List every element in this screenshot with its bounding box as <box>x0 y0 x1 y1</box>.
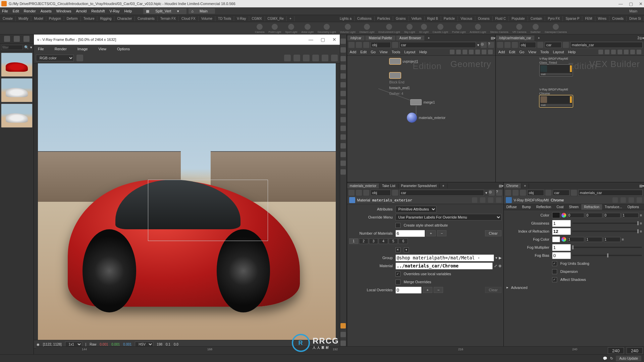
refresh-icon[interactable]: ↻ <box>610 356 613 361</box>
folder-icon[interactable] <box>512 42 518 48</box>
net-ic7[interactable] <box>488 50 493 54</box>
delete-icon[interactable]: ✕ <box>395 247 400 252</box>
search-icon[interactable] <box>621 197 626 203</box>
shelf-fem[interactable]: FEM <box>582 16 595 21</box>
shelf-gilight[interactable]: GI Light <box>419 24 429 34</box>
sub-plus[interactable]: + <box>287 16 294 21</box>
shelf-viscous[interactable]: Viscous <box>458 16 475 21</box>
shelf-wires[interactable]: Wires <box>595 16 610 21</box>
copy-icon[interactable] <box>293 55 300 61</box>
material-input[interactable] <box>395 262 493 269</box>
loc-dec-button[interactable]: − <box>434 287 443 293</box>
net-help[interactable]: Help <box>419 50 427 54</box>
vfb-close[interactable]: ✕ <box>332 37 336 42</box>
help-icon[interactable]: ? <box>496 190 502 196</box>
fog-bias-input[interactable] <box>552 252 571 259</box>
node-foreach-end[interactable]: Block Endforeach_end1Gather: 4 <box>389 72 410 96</box>
window-minimize[interactable]: — <box>619 1 623 6</box>
render-region-box[interactable] <box>148 180 268 241</box>
tab-materials-exterior[interactable]: materials_exterior <box>347 183 379 188</box>
sub-vray[interactable]: V-Ray <box>234 16 249 21</box>
fog-r[interactable] <box>568 237 584 242</box>
vfb-menu-image[interactable]: Image <box>77 47 88 51</box>
net-layout[interactable]: Layout <box>553 50 564 54</box>
shelf-switcher[interactable]: Switcher <box>530 24 541 34</box>
menu-assets[interactable]: Assets <box>41 9 52 13</box>
target-icon[interactable]: ◎ <box>489 190 495 196</box>
history-tool-c[interactable] <box>23 36 30 42</box>
sub-character[interactable]: Character <box>114 16 135 21</box>
net-tools[interactable]: Tools <box>540 50 549 54</box>
shelf-spotlight[interactable]: Spot Light <box>285 24 297 34</box>
net-ic3[interactable] <box>611 50 616 54</box>
node-merge[interactable]: merge1 <box>410 99 435 105</box>
chat-icon[interactable]: 💬 <box>603 356 607 361</box>
grid-icon[interactable] <box>340 332 346 337</box>
tool-15[interactable] <box>340 169 346 175</box>
net-ic6[interactable] <box>482 50 486 54</box>
tab-material-palette[interactable]: Material Palette <box>365 36 395 41</box>
box-icon[interactable] <box>392 42 398 48</box>
desktop-dropdown[interactable]: ▦ Split_Vert▾ <box>143 8 186 14</box>
vfb-menu-view[interactable]: View <box>98 47 106 51</box>
mtab-options[interactable]: Options <box>625 204 642 210</box>
ior-input[interactable] <box>552 228 571 235</box>
filter-input[interactable] <box>1 45 23 50</box>
path-car[interactable] <box>553 190 570 196</box>
color-a[interactable] <box>622 213 639 218</box>
net-ic7[interactable] <box>637 50 641 54</box>
create-style-checkbox[interactable] <box>395 223 400 228</box>
end-frame-input[interactable] <box>608 347 624 354</box>
shelf-geolight[interactable]: Geometry Light <box>318 24 336 34</box>
net-ic4[interactable] <box>469 50 474 54</box>
fog-color-swatch[interactable] <box>552 236 560 242</box>
tab-plus[interactable]: + <box>425 36 432 41</box>
network-canvas-right[interactable]: Edition VEX Builder V-Ray BRDFVRayMtl Gl… <box>496 56 644 182</box>
shelf-particle[interactable]: Particle <box>441 16 458 21</box>
net-ic3[interactable] <box>463 50 467 54</box>
help-icon[interactable] <box>496 197 501 203</box>
net-layout[interactable]: Layout <box>404 50 415 54</box>
shelf-stereocam[interactable]: Stereo Camera <box>490 24 508 34</box>
net-add[interactable]: Add <box>498 50 505 54</box>
net-ic2[interactable] <box>456 50 461 54</box>
clear-button[interactable]: Clear <box>485 230 501 236</box>
fog-units-checkbox[interactable]: ✓ <box>552 261 557 266</box>
glossiness-slider[interactable] <box>572 223 639 224</box>
sub-volume[interactable]: Volume <box>199 16 215 21</box>
chevron-down-icon[interactable]: ▾ <box>485 191 487 195</box>
shelf-collisions[interactable]: Collisions <box>355 16 375 21</box>
search-icon[interactable] <box>480 197 485 203</box>
search-icon[interactable]: 🔍 <box>24 45 29 50</box>
advanced-collapse[interactable]: ▸Advanced <box>506 285 642 290</box>
sub-texture[interactable]: Texture <box>81 16 98 21</box>
ior-slider[interactable] <box>572 231 639 232</box>
tab-asset-browser[interactable]: Asset Browser <box>396 36 424 41</box>
node-materials-exterior[interactable]: materials_exterior <box>407 113 445 123</box>
dec-button[interactable]: − <box>437 230 446 236</box>
tab-param-spreadsheet[interactable]: Parameter Spreadsheet <box>398 183 440 188</box>
vfb-render-view[interactable] <box>38 63 336 340</box>
node-glass-tinted[interactable]: V-Ray BRDFVRayMtl Glass_Tinted matt <box>539 57 573 76</box>
reorder-icon[interactable]: ▾ <box>404 247 409 252</box>
shelf-vrcam[interactable]: VR Camera <box>513 24 527 34</box>
end-frame-input-2[interactable] <box>627 347 643 354</box>
tool-3[interactable] <box>340 65 346 70</box>
menu-edit[interactable]: Edit <box>13 9 19 13</box>
mtab-reflection[interactable]: Reflection <box>534 204 554 210</box>
affect-shadows-checkbox[interactable]: ✓ <box>552 277 557 282</box>
menu-icon[interactable]: ≡ <box>640 229 642 233</box>
fog-mult-slider[interactable] <box>572 247 642 248</box>
node-uvproject[interactable]: uvproject1 <box>389 58 418 64</box>
shelf-gamepadcam[interactable]: Gamepad Camera <box>545 24 567 34</box>
sub-polygon[interactable]: Polygon <box>46 16 64 21</box>
eyedropper-icon[interactable]: ◉ <box>37 343 40 346</box>
nav-back-icon[interactable] <box>348 190 355 196</box>
tool-14[interactable] <box>340 161 346 166</box>
target-icon[interactable]: ◎ <box>481 42 487 48</box>
node-name[interactable]: Chrome <box>551 198 564 202</box>
panel-menu-icon[interactable]: ▤▾ <box>499 184 503 188</box>
tool-6[interactable] <box>340 91 346 96</box>
gear-icon[interactable] <box>472 197 477 203</box>
color-r[interactable] <box>568 213 584 218</box>
